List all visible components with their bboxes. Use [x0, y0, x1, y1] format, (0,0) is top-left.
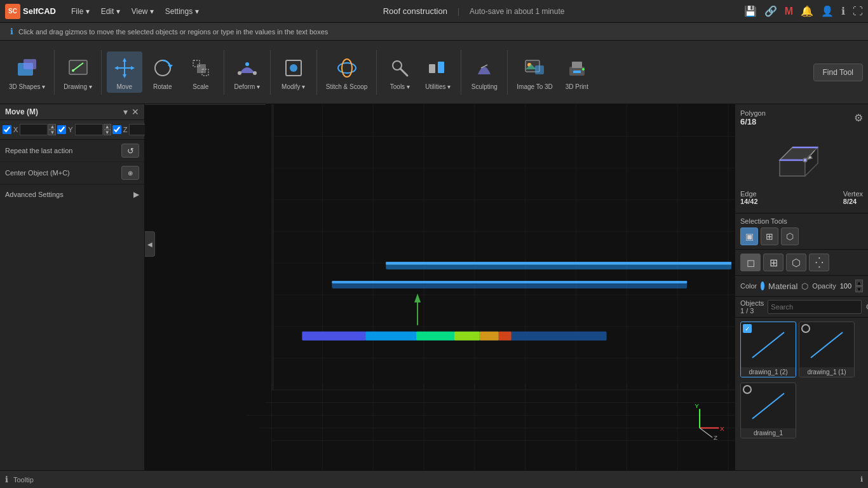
tool-move[interactable]: Move	[107, 51, 142, 93]
rp-objects-row-2: drawing_1	[740, 383, 863, 438]
svg-text:X: X	[720, 425, 724, 432]
find-tool-button[interactable]: Find Tool	[813, 64, 863, 81]
tool-image-to-3d[interactable]: Image To 3D	[513, 51, 557, 93]
rp-edge-label: Edge	[740, 190, 757, 198]
tool-rotate[interactable]: Rotate	[145, 51, 180, 93]
rp-opacity-spin: ▲ ▼	[855, 280, 863, 292]
rp-color-label: Color	[740, 282, 757, 290]
tool-deform-label: Deform ▾	[234, 83, 260, 90]
x-checkbox[interactable]	[3, 125, 11, 134]
tool-scale[interactable]: Scale	[183, 51, 219, 93]
rp-opacity-down[interactable]: ▼	[855, 286, 863, 292]
svg-line-40	[181, 180, 205, 254]
rp-selection-label: Selection Tools	[740, 217, 863, 225]
menu-settings[interactable]: Settings ▾	[160, 4, 204, 18]
repeat-button[interactable]: ↺	[121, 144, 139, 158]
fullscreen-icon[interactable]: ⛶	[853, 6, 863, 17]
rp-gear-icon[interactable]: ⚙	[854, 112, 863, 124]
rp-object-label-1: drawing_1 (1)	[799, 367, 854, 377]
panel-close-icon[interactable]: ✕	[132, 107, 139, 117]
tooltip-label: Tooltip	[13, 476, 34, 484]
svg-line-102	[700, 428, 712, 438]
m-icon[interactable]: M	[785, 6, 793, 17]
x-input[interactable]: -750	[20, 124, 48, 135]
rp-vertex-value: 8/24	[843, 198, 857, 205]
tool-tools[interactable]: Tools ▾	[382, 51, 417, 93]
app-logo[interactable]: SC SelfCAD	[5, 4, 56, 19]
info-circle-icon: ℹ	[10, 27, 13, 36]
center-button[interactable]: ⊕	[121, 166, 139, 180]
y-spin-up[interactable]: ▲	[104, 124, 111, 130]
rp-objects-settings-icon[interactable]: ⚙	[865, 302, 868, 311]
x-spin-down[interactable]: ▼	[48, 130, 56, 135]
svg-rect-88	[302, 332, 606, 341]
tool-3d-print[interactable]: 3D Print	[559, 51, 595, 93]
rp-color-dot[interactable]	[761, 281, 764, 290]
rp-search-input[interactable]	[768, 300, 862, 314]
tool-3d-print-icon	[563, 54, 591, 82]
share-icon[interactable]: 🔗	[764, 5, 777, 17]
y-input[interactable]: 220	[75, 124, 103, 135]
rp-material-label[interactable]: Material	[768, 281, 797, 291]
rp-object-item-2[interactable]: drawing_1	[740, 383, 796, 438]
svg-line-41	[205, 180, 229, 254]
tool-3d-shapes[interactable]: 3D Shapes ▾	[5, 51, 49, 93]
rp-top: Polygon 6/18 ⚙	[735, 104, 868, 214]
save-icon[interactable]: 💾	[744, 5, 757, 17]
tool-sculpting-label: Sculpting	[471, 83, 498, 90]
svg-rect-91	[416, 332, 454, 341]
menu-view[interactable]: View ▾	[126, 4, 159, 18]
rp-view-wire-icon[interactable]: ⊞	[763, 254, 783, 271]
user-icon[interactable]: 👤	[821, 5, 834, 17]
y-checkbox[interactable]	[57, 125, 66, 134]
rp-select-grid-icon[interactable]: ⊞	[761, 227, 778, 245]
z-checkbox[interactable]	[112, 125, 121, 134]
rp-polygon-value: 6/18	[740, 117, 766, 126]
rp-opacity-value: 100	[840, 282, 851, 290]
tool-stitch-scoop[interactable]: Stitch & Scoop	[322, 51, 372, 93]
rp-view-point-icon[interactable]: ⁛	[809, 254, 829, 271]
svg-marker-104	[780, 160, 805, 176]
bottombar-right-icon[interactable]: ℹ	[860, 475, 863, 484]
tool-sculpting[interactable]: Sculpting	[466, 51, 502, 93]
viewport[interactable]: LEFT	[145, 104, 735, 470]
rp-object-item-1[interactable]: drawing_1 (1)	[799, 322, 855, 377]
rp-selection-tools: Selection Tools ▣ ⊞ ⬡	[735, 214, 868, 250]
separator-5	[316, 50, 317, 95]
tool-drawing[interactable]: Drawing ▾	[60, 51, 95, 93]
tool-deform[interactable]: Deform ▾	[229, 51, 265, 93]
rp-opacity-up[interactable]: ▲	[855, 280, 863, 286]
y-spin-down[interactable]: ▼	[104, 130, 111, 135]
bell-icon[interactable]: 🔔	[801, 5, 813, 17]
rp-polygon-info: Polygon 6/18	[740, 109, 766, 126]
right-panel: Polygon 6/18 ⚙	[735, 104, 868, 470]
rp-select-region-icon[interactable]: ⬡	[781, 227, 799, 245]
rp-view-xray-icon[interactable]: ⬡	[786, 254, 806, 271]
menu-edit[interactable]: Edit ▾	[96, 4, 125, 18]
svg-line-43	[229, 254, 253, 327]
svg-rect-92	[454, 332, 480, 341]
svg-rect-93	[480, 332, 499, 341]
svg-rect-64	[272, 105, 274, 390]
menu-file[interactable]: File ▾	[66, 4, 95, 18]
svg-rect-13	[197, 64, 206, 73]
rp-view-solid-icon[interactable]: ◻	[740, 254, 761, 271]
tool-modify[interactable]: Modify ▾	[276, 51, 311, 93]
panel-collapse-button[interactable]: ◀	[145, 231, 155, 257]
tool-tools-label: Tools ▾	[390, 83, 410, 90]
rp-object-item-0[interactable]: ✓ drawing_1 (2)	[740, 322, 796, 377]
tool-utilities[interactable]: Utilities ▾	[420, 51, 456, 93]
tool-utilities-icon	[424, 54, 452, 82]
x-spin-up[interactable]: ▲	[48, 124, 56, 130]
svg-rect-83	[386, 262, 731, 269]
panel-minimize-icon[interactable]: ▾	[123, 107, 128, 117]
svg-rect-84	[386, 262, 731, 264]
svg-point-17	[245, 62, 249, 66]
advanced-settings-row[interactable]: Advanced Settings ▶	[0, 184, 144, 204]
info-icon[interactable]: ℹ	[841, 5, 845, 17]
tool-deform-icon	[233, 54, 261, 82]
svg-marker-10	[131, 66, 135, 70]
rp-select-box-icon[interactable]: ▣	[740, 227, 758, 245]
svg-point-21	[338, 63, 356, 73]
advanced-arrow-icon: ▶	[133, 190, 139, 199]
